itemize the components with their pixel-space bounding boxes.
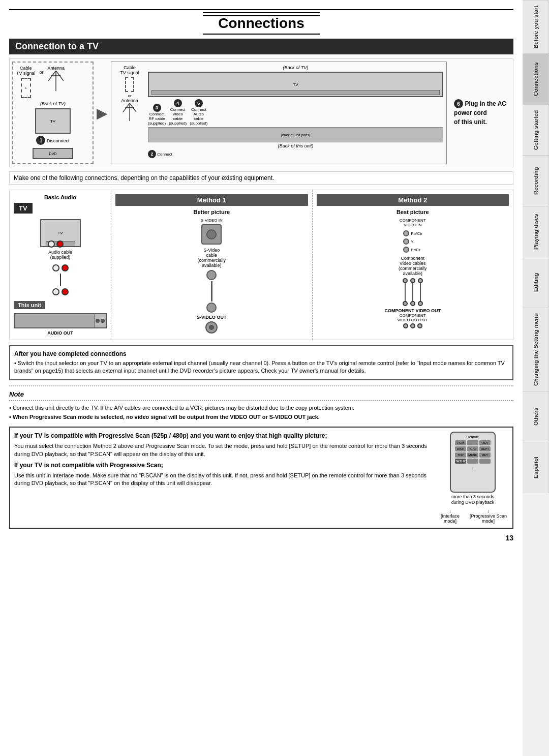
sidebar-tab-editing[interactable]: Editing: [523, 257, 549, 308]
page-title: Connections: [203, 12, 320, 35]
note-section: Note • Connect this unit directly to the…: [9, 385, 513, 421]
component-cables-visual: [317, 278, 509, 306]
sidebar-tab-playing-discs[interactable]: Playing discs: [523, 206, 549, 257]
arrow-right-1: ▶: [97, 62, 108, 164]
sidebar-tab-before-you-start[interactable]: Before you start: [523, 0, 549, 53]
step-5: 5: [195, 99, 203, 107]
note-title: Note: [9, 390, 513, 398]
remote-caption-1: more than 3 seconds during DVD playback: [451, 494, 495, 506]
audio-out-label: AUDIO OUT: [14, 330, 107, 336]
back-of-unit-ports: [back of unit ports]: [148, 127, 443, 142]
sidebar-tab-connections[interactable]: Connections: [523, 53, 549, 104]
component-cable-desc: ComponentVideo cables(commerciallyavaila…: [317, 256, 509, 276]
diagram-right-box: Cable TV signal or Antenna: [111, 62, 447, 164]
methods-container: Basic Audio TV TV: [9, 190, 513, 340]
connection-diagram: Cable TV signal ≈ or Antenna: [9, 58, 513, 167]
svideo-out-port: [115, 321, 308, 334]
method-1-section: Method 1 Better picture S-VIDEO IN S-Vid…: [111, 190, 313, 340]
page-title-section: Connections: [9, 9, 513, 35]
tv-visual: TV: [14, 219, 107, 247]
progressive-text-1: You must select the connection Method 2 …: [14, 442, 432, 458]
sidebar-tab-recording[interactable]: Recording: [523, 155, 549, 206]
antenna-label-right: Antenna: [121, 98, 138, 103]
component-out-ports: [317, 323, 509, 328]
svideo-in-port: [201, 224, 222, 245]
progressive-subtitle: If your TV is not compatible with Progre…: [14, 461, 432, 470]
note-item-2: • When Progressive Scan mode is selected…: [9, 413, 513, 421]
diagram-left-box: Cable TV signal ≈ or Antenna: [12, 62, 94, 164]
step-2-area: 2 Connect: [148, 150, 443, 158]
disconnect-label: 1 Disconnect: [16, 136, 89, 145]
cable-tv-label: Cable: [20, 66, 32, 71]
component-in-ports: Pb/Cb Y Pr/Cr: [403, 229, 422, 254]
method-basic-audio: Basic Audio TV TV: [10, 190, 111, 340]
plug-ac-text: 6 Plug in the ACpower cordof this unit.: [450, 95, 510, 131]
scan-mode-captions: ↓ [Interlace mode] ↓ [Progressive Scan m…: [437, 508, 508, 524]
method-1-quality: Better picture: [115, 209, 308, 215]
cable-visual: [14, 262, 107, 297]
svideo-cable-visual: [115, 270, 308, 313]
step-6: 6: [454, 99, 463, 108]
method-2-header: Method 2: [317, 194, 509, 206]
method-1-header: Method 1: [115, 194, 308, 206]
after-connections-title: After you have completed connections: [14, 350, 508, 357]
right-sidebar: Before you start Connections Getting sta…: [523, 0, 549, 756]
page-number: 13: [9, 534, 513, 542]
dvd-unit-visual: [14, 313, 107, 328]
or-label-left: or: [40, 70, 44, 75]
progressive-text: If your TV is compatible with Progressiv…: [14, 432, 432, 524]
sidebar-tab-others[interactable]: Others: [523, 391, 549, 442]
progressive-image: Remote PGM REV DISP SPC REPT TOP MENU RE…: [437, 432, 508, 524]
component-in-label: COMPONENTVIDEO IN: [317, 218, 509, 227]
tv-box-right: TV: [148, 72, 443, 97]
tv-icon: TV: [40, 219, 81, 247]
after-connections-box: After you have completed connections • S…: [9, 345, 513, 380]
plug-ac-section: 6 Plug in the ACpower cordof this unit.: [450, 62, 510, 164]
component-out-ports-label: COMPONENTVIDEO OUTPUT: [317, 313, 509, 322]
step-3: 3: [153, 104, 161, 112]
basic-audio-label: Basic Audio: [14, 194, 107, 200]
progressive-text-2: Use this unit in Interlace mode. Make su…: [14, 472, 432, 488]
after-connections-text: • Switch the input selector on your TV t…: [14, 359, 508, 375]
svideo-cable-desc: S-Videocable(commerciallyavailable): [115, 248, 308, 268]
svideo-out-label: S-VIDEO OUT: [115, 315, 308, 320]
back-of-unit-label: (Back of this unit): [148, 143, 443, 148]
progressive-scan-box: If your TV is compatible with Progressiv…: [9, 427, 513, 529]
audio-cable-label: Audio cable(supplied): [14, 250, 107, 260]
cable-tv-signal: TV signal: [16, 71, 36, 76]
sidebar-tab-changing-settings[interactable]: Changing the Setting menu: [523, 308, 549, 391]
method-2-quality: Best picture: [317, 209, 509, 215]
or-label-right: or: [128, 94, 131, 98]
step-2: 2: [148, 150, 156, 158]
svideo-in-visual: S-VIDEO IN: [115, 218, 308, 245]
tv-box-left: TV: [35, 108, 71, 134]
note-item-1: • Connect this unit directly to the TV. …: [9, 404, 513, 412]
back-of-tv-right: (Back of TV): [148, 65, 443, 70]
progressive-title: If your TV is compatible with Progressiv…: [14, 432, 432, 440]
cable-tv-label-right: Cable: [124, 65, 136, 70]
section-header: Connection to a TV: [9, 39, 513, 54]
step-1-circle: 1: [36, 136, 45, 145]
step-4: 4: [174, 99, 182, 107]
method-2-section: Method 2 Best picture COMPONENTVIDEO IN …: [313, 190, 513, 340]
antenna-label-left: Antenna: [48, 66, 65, 71]
intro-text: Make one of the following connections, d…: [9, 171, 513, 185]
this-unit-label: This unit: [14, 301, 45, 309]
dvd-box-left: DVD: [33, 148, 73, 159]
back-of-tv-left: (Back of TV): [16, 101, 89, 106]
sidebar-tab-espanol[interactable]: Español: [523, 442, 549, 493]
tv-label: TV: [14, 203, 33, 214]
sidebar-tab-getting-started[interactable]: Getting started: [523, 104, 549, 155]
component-out-label: COMPONENT VIDEO OUT: [317, 308, 509, 313]
